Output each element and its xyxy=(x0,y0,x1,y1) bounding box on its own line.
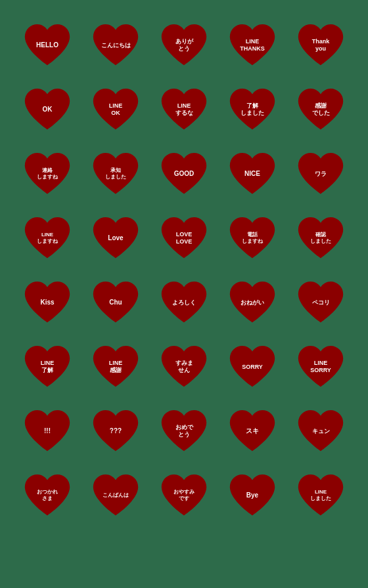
heart-label: すみま せん xyxy=(173,360,196,374)
list-item[interactable]: 電話 しますね xyxy=(219,209,285,268)
list-item[interactable]: ありが とう xyxy=(151,16,217,75)
list-item[interactable]: 連絡 しますね xyxy=(14,144,80,203)
list-item[interactable]: Bye xyxy=(219,466,285,525)
heart-label: LINE 感謝 xyxy=(106,360,126,374)
list-item[interactable]: おつかれ さま xyxy=(14,466,80,525)
heart-label: おめで とう xyxy=(173,424,196,438)
list-item[interactable]: LINE SORRY xyxy=(288,337,354,396)
heart-label: LINE するな xyxy=(173,102,196,117)
list-item[interactable]: 承知 しました xyxy=(83,144,149,203)
list-item[interactable]: HELLO xyxy=(14,16,80,75)
list-item[interactable]: こんばんは xyxy=(83,466,149,525)
heart-label: 電話 しますね xyxy=(239,232,265,244)
list-item[interactable]: Love xyxy=(83,209,149,268)
list-item[interactable]: LINE THANKS xyxy=(219,16,285,75)
list-item[interactable]: キュン xyxy=(288,402,354,461)
list-item[interactable]: おめで とう xyxy=(151,402,217,461)
list-item[interactable]: こんにちは xyxy=(83,16,149,75)
list-item[interactable]: Thank you xyxy=(288,16,354,75)
heart-label: おやすみ です xyxy=(171,489,197,501)
heart-label: 確認 しました xyxy=(308,232,334,244)
list-item[interactable]: OK xyxy=(14,80,80,139)
list-item[interactable]: LINE するな xyxy=(151,80,217,139)
list-item[interactable]: !!! xyxy=(14,402,80,461)
heart-label: HELLO xyxy=(34,41,61,49)
heart-label: 感謝 でした xyxy=(310,102,333,117)
heart-label: ??? xyxy=(107,427,124,435)
heart-label: OK xyxy=(40,106,55,114)
heart-label: 連絡 しますね xyxy=(34,167,60,180)
heart-label: ありが とう xyxy=(173,38,196,52)
list-item[interactable]: LINE 了解 xyxy=(14,337,80,396)
list-item[interactable]: おねがい xyxy=(219,273,285,332)
heart-label: LOVE LOVE xyxy=(173,231,195,245)
list-item[interactable]: Chu xyxy=(83,273,149,332)
heart-label: LINE OK xyxy=(106,102,126,117)
list-item[interactable]: ??? xyxy=(83,402,149,461)
list-item[interactable]: Kiss xyxy=(14,273,80,332)
list-item[interactable]: よろしく xyxy=(151,273,217,332)
heart-label: 承知 しました xyxy=(103,167,129,180)
heart-label: Love xyxy=(105,234,126,242)
heart-label: LINE しました xyxy=(308,489,334,501)
heart-label: キュン xyxy=(310,428,333,435)
heart-label: こんばんは xyxy=(100,492,131,499)
list-item[interactable]: LINE しました xyxy=(288,466,354,525)
list-item[interactable]: LINE OK xyxy=(83,80,149,139)
heart-label: ペコリ xyxy=(310,299,333,306)
heart-label: GOOD xyxy=(172,170,197,178)
list-item[interactable]: おやすみ です xyxy=(151,466,217,525)
list-item[interactable]: 了解 しました xyxy=(219,80,285,139)
list-item[interactable]: ワラ xyxy=(288,144,354,203)
heart-label: LINE 了解 xyxy=(38,360,57,374)
list-item[interactable]: ペコリ xyxy=(288,273,354,332)
heart-label: LINE THANKS xyxy=(237,38,267,52)
heart-label: 了解 しました xyxy=(238,102,267,117)
list-item[interactable]: すみま せん xyxy=(151,337,217,396)
list-item[interactable]: SORRY xyxy=(219,337,285,396)
heart-label: Thank you xyxy=(310,38,333,52)
list-item[interactable]: スキ xyxy=(219,402,285,461)
heart-label: おつかれ さま xyxy=(34,489,60,501)
heart-label: LINE しますね xyxy=(34,232,60,244)
heart-label: Bye xyxy=(244,492,261,499)
list-item[interactable]: 感謝 でした xyxy=(288,80,354,139)
list-item[interactable]: 確認 しました xyxy=(288,209,354,268)
emoji-grid: HELLOこんにちはありが とうLINE THANKSThank youOKLI… xyxy=(9,10,359,530)
list-item[interactable]: LINE しますね xyxy=(14,209,80,268)
heart-label: Kiss xyxy=(37,299,57,306)
list-item[interactable]: LINE 感謝 xyxy=(83,337,149,396)
heart-label: スキ xyxy=(243,427,262,435)
heart-label: Chu xyxy=(106,299,124,306)
heart-label: SORRY xyxy=(239,364,265,371)
heart-label: ワラ xyxy=(312,171,329,178)
heart-label: LINE SORRY xyxy=(308,360,334,374)
heart-label: !!! xyxy=(41,427,53,435)
list-item[interactable]: NICE xyxy=(219,144,285,203)
heart-label: こんにちは xyxy=(99,42,133,49)
heart-label: NICE xyxy=(242,170,263,178)
heart-label: おねがい xyxy=(238,299,267,306)
list-item[interactable]: GOOD xyxy=(151,144,217,203)
heart-label: よろしく xyxy=(170,299,198,306)
list-item[interactable]: LOVE LOVE xyxy=(151,209,217,268)
